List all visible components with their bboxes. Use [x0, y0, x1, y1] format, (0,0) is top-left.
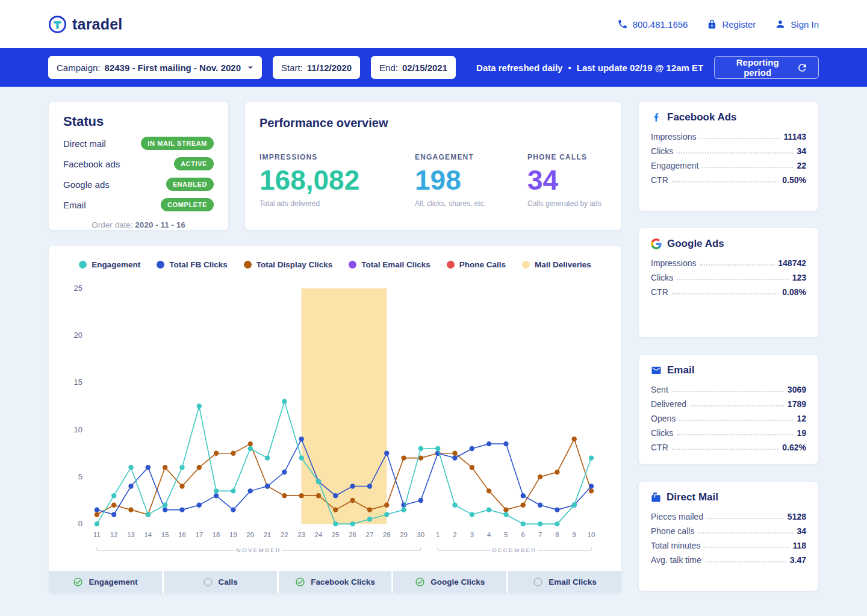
data-point[interactable] — [163, 503, 167, 508]
data-point[interactable] — [214, 451, 219, 456]
data-point[interactable] — [163, 507, 167, 512]
start-date-field[interactable]: Start: 11/12/2020 — [273, 56, 360, 79]
register-link[interactable]: Register — [707, 19, 756, 30]
data-point[interactable] — [248, 446, 253, 451]
data-point[interactable] — [231, 451, 235, 456]
data-point[interactable] — [299, 455, 303, 460]
data-point[interactable] — [265, 455, 270, 460]
data-point[interactable] — [452, 451, 457, 456]
data-point[interactable] — [95, 507, 99, 512]
data-point[interactable] — [367, 484, 372, 488]
data-point[interactable] — [384, 451, 389, 456]
data-point[interactable] — [470, 512, 474, 517]
data-point[interactable] — [299, 437, 303, 441]
data-point[interactable] — [231, 507, 235, 512]
data-point[interactable] — [248, 441, 253, 446]
data-point[interactable] — [418, 498, 423, 503]
data-point[interactable] — [521, 521, 526, 526]
data-point[interactable] — [367, 507, 372, 512]
data-point[interactable] — [538, 503, 542, 508]
data-point[interactable] — [214, 493, 219, 498]
data-point[interactable] — [401, 507, 406, 512]
data-point[interactable] — [95, 521, 99, 526]
reporting-period-button[interactable]: Reporting period — [714, 56, 819, 79]
data-point[interactable] — [384, 503, 389, 508]
end-date-field[interactable]: End: 02/15/2021 — [371, 56, 456, 79]
data-point[interactable] — [486, 488, 491, 493]
data-point[interactable] — [128, 484, 133, 488]
data-point[interactable] — [248, 488, 253, 493]
data-point[interactable] — [384, 512, 389, 517]
data-point[interactable] — [589, 488, 594, 493]
data-point[interactable] — [350, 521, 355, 526]
data-point[interactable] — [572, 503, 577, 508]
data-point[interactable] — [299, 493, 303, 498]
data-point[interactable] — [555, 470, 559, 474]
legend-item-total-email-clicks[interactable]: Total Email Clicks — [349, 260, 430, 269]
data-point[interactable] — [128, 465, 133, 470]
data-point[interactable] — [503, 512, 508, 517]
data-point[interactable] — [503, 507, 508, 512]
chart-toggle-engagement[interactable]: Engagement — [49, 571, 162, 593]
data-point[interactable] — [282, 493, 287, 498]
sign-in-link[interactable]: Sign In — [775, 19, 819, 30]
data-point[interactable] — [146, 465, 151, 470]
data-point[interactable] — [95, 512, 99, 517]
data-point[interactable] — [503, 441, 508, 446]
data-point[interactable] — [197, 465, 202, 470]
data-point[interactable] — [555, 521, 559, 526]
data-point[interactable] — [282, 399, 287, 404]
chart-toggle-google-clicks[interactable]: Google Clicks — [393, 571, 506, 593]
data-point[interactable] — [452, 455, 457, 460]
data-point[interactable] — [538, 474, 542, 479]
data-point[interactable] — [146, 512, 151, 517]
data-point[interactable] — [538, 521, 542, 526]
legend-item-mail-deliveries[interactable]: Mail Deliveries — [522, 260, 591, 269]
legend-item-engagement[interactable]: Engagement — [79, 260, 140, 269]
data-point[interactable] — [333, 493, 338, 498]
data-point[interactable] — [350, 498, 355, 503]
phone-link[interactable]: 800.481.1656 — [617, 19, 688, 30]
data-point[interactable] — [333, 507, 338, 512]
data-point[interactable] — [282, 470, 287, 474]
data-point[interactable] — [111, 503, 116, 508]
campaign-select[interactable]: Campaign: 82439 - First mailing - Nov. 2… — [48, 56, 262, 79]
data-point[interactable] — [163, 465, 167, 470]
data-point[interactable] — [179, 507, 184, 512]
data-point[interactable] — [589, 484, 594, 488]
data-point[interactable] — [486, 441, 491, 446]
data-point[interactable] — [572, 437, 577, 441]
data-point[interactable] — [470, 446, 474, 451]
legend-item-phone-calls[interactable]: Phone Calls — [447, 260, 506, 269]
data-point[interactable] — [333, 521, 338, 526]
data-point[interactable] — [111, 493, 116, 498]
data-point[interactable] — [418, 446, 423, 451]
data-point[interactable] — [435, 446, 440, 451]
chart-toggle-facebook-clicks[interactable]: Facebook Clicks — [279, 571, 392, 593]
data-point[interactable] — [589, 455, 594, 460]
data-point[interactable] — [265, 484, 270, 488]
data-point[interactable] — [521, 493, 526, 498]
data-point[interactable] — [197, 403, 202, 408]
data-point[interactable] — [316, 479, 321, 484]
chart-toggle-calls[interactable]: Calls — [164, 571, 277, 593]
data-point[interactable] — [179, 484, 184, 488]
data-point[interactable] — [179, 465, 184, 470]
data-point[interactable] — [316, 493, 321, 498]
legend-item-total-fb-clicks[interactable]: Total FB Clicks — [157, 260, 228, 269]
data-point[interactable] — [401, 455, 406, 460]
data-point[interactable] — [470, 465, 474, 470]
data-point[interactable] — [486, 507, 491, 512]
legend-item-total-display-clicks[interactable]: Total Display Clicks — [244, 260, 333, 269]
data-point[interactable] — [521, 503, 526, 508]
data-point[interactable] — [555, 507, 559, 512]
chart-toggle-email-clicks[interactable]: Email Clicks — [508, 571, 621, 593]
data-point[interactable] — [197, 503, 202, 508]
data-point[interactable] — [128, 507, 133, 512]
data-point[interactable] — [111, 512, 116, 517]
data-point[interactable] — [214, 488, 219, 493]
data-point[interactable] — [367, 517, 372, 521]
data-point[interactable] — [350, 484, 355, 488]
data-point[interactable] — [231, 488, 235, 493]
data-point[interactable] — [452, 503, 457, 508]
